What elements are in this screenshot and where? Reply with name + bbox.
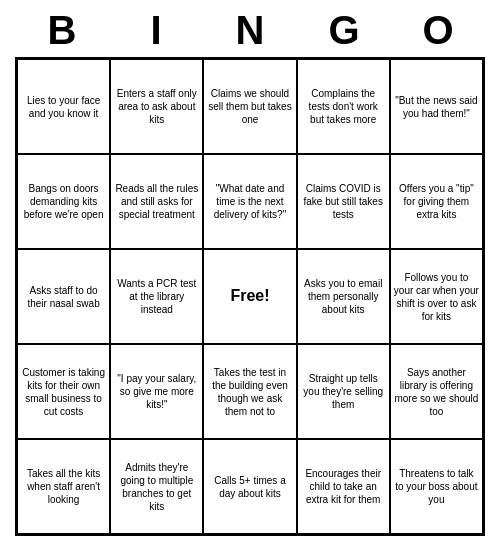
bingo-letter: I (109, 8, 203, 53)
bingo-cell: Offers you a "tip" for giving them extra… (390, 154, 483, 249)
bingo-cell: "I pay your salary, so give me more kits… (110, 344, 203, 439)
bingo-cell: Claims COVID is fake but still takes tes… (297, 154, 390, 249)
bingo-cell: Takes the test in the building even thou… (203, 344, 296, 439)
bingo-letter: O (391, 8, 485, 53)
bingo-cell: Reads all the rules and still asks for s… (110, 154, 203, 249)
bingo-cell: Follows you to your car when your shift … (390, 249, 483, 344)
bingo-cell: Free! (203, 249, 296, 344)
bingo-grid: Lies to your face and you know itEnters … (15, 57, 485, 536)
bingo-cell: Encourages their child to take an extra … (297, 439, 390, 534)
bingo-cell: Lies to your face and you know it (17, 59, 110, 154)
bingo-cell: Asks you to email them personally about … (297, 249, 390, 344)
bingo-letter: G (297, 8, 391, 53)
bingo-cell: Claims we should sell them but takes one (203, 59, 296, 154)
bingo-letter: B (15, 8, 109, 53)
bingo-cell: Asks staff to do their nasal swab (17, 249, 110, 344)
bingo-cell: Enters a staff only area to ask about ki… (110, 59, 203, 154)
bingo-cell: "But the news said you had them!" (390, 59, 483, 154)
bingo-cell: "What date and time is the next delivery… (203, 154, 296, 249)
bingo-cell: Takes all the kits when staff aren't loo… (17, 439, 110, 534)
bingo-letter: N (203, 8, 297, 53)
bingo-cell: Straight up tells you they're selling th… (297, 344, 390, 439)
bingo-cell: Customer is taking kits for their own sm… (17, 344, 110, 439)
bingo-cell: Complains the tests don't work but takes… (297, 59, 390, 154)
bingo-cell: Threatens to talk to your boss about you (390, 439, 483, 534)
bingo-cell: Says another library is offering more so… (390, 344, 483, 439)
bingo-cell: Admits they're going to multiple branche… (110, 439, 203, 534)
bingo-cell: Wants a PCR test at the library instead (110, 249, 203, 344)
bingo-title: BINGO (15, 8, 485, 53)
bingo-cell: Bangs on doors demanding kits before we'… (17, 154, 110, 249)
bingo-cell: Calls 5+ times a day about kits (203, 439, 296, 534)
